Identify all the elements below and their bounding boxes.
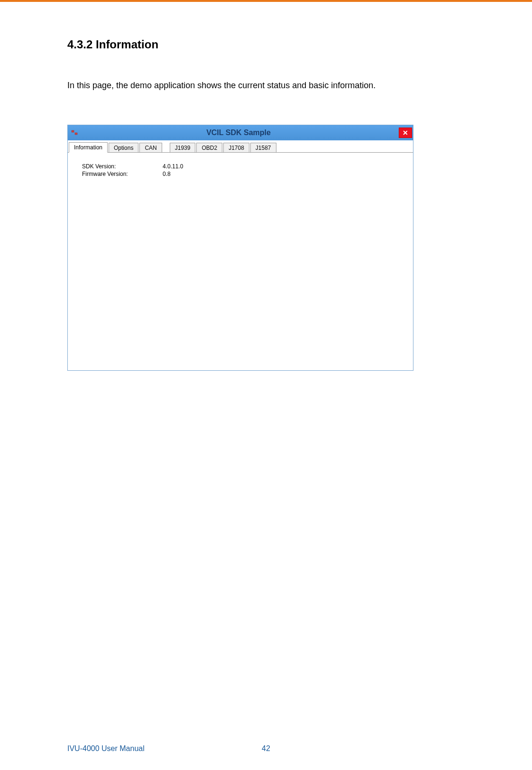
tab-can[interactable]: CAN xyxy=(139,143,162,153)
tab-j1708[interactable]: J1708 xyxy=(223,143,249,153)
footer-manual-name: IVU-4000 User Manual xyxy=(67,744,145,753)
close-icon: ✕ xyxy=(403,129,408,137)
section-body-text: In this page, the demo application shows… xyxy=(67,80,466,92)
tab-j1587[interactable]: J1587 xyxy=(250,143,276,153)
sdk-version-value: 4.0.11.0 xyxy=(163,163,399,170)
svg-rect-1 xyxy=(75,133,77,135)
firmware-version-value: 0.8 xyxy=(163,171,399,177)
page-footer: IVU-4000 User Manual xyxy=(67,744,485,753)
tab-j1939[interactable]: J1939 xyxy=(170,143,196,153)
page-top-border xyxy=(0,0,532,2)
tab-content-panel: SDK Version: 4.0.11.0 Firmware Version: … xyxy=(68,152,413,370)
tab-information[interactable]: Information xyxy=(69,142,108,153)
info-row-firmware: Firmware Version: 0.8 xyxy=(82,171,399,177)
firmware-version-label: Firmware Version: xyxy=(82,171,163,177)
svg-rect-0 xyxy=(72,130,74,132)
footer-page-number: 42 xyxy=(262,744,270,753)
tab-options[interactable]: Options xyxy=(109,143,138,153)
tab-row: Information Options CAN J1939 OBD2 J1708… xyxy=(68,140,413,153)
app-icon xyxy=(71,129,78,137)
info-row-sdk: SDK Version: 4.0.11.0 xyxy=(82,163,399,170)
tab-obd2[interactable]: OBD2 xyxy=(196,143,222,153)
page-content: 4.3.2 Information In this page, the demo… xyxy=(67,38,466,371)
app-window: VCIL SDK Sample ✕ Information Options CA… xyxy=(67,125,413,371)
title-bar: VCIL SDK Sample ✕ xyxy=(68,125,413,140)
sdk-version-label: SDK Version: xyxy=(82,163,163,170)
close-button[interactable]: ✕ xyxy=(399,128,412,138)
window-title: VCIL SDK Sample xyxy=(78,128,399,137)
section-heading: 4.3.2 Information xyxy=(67,38,466,51)
